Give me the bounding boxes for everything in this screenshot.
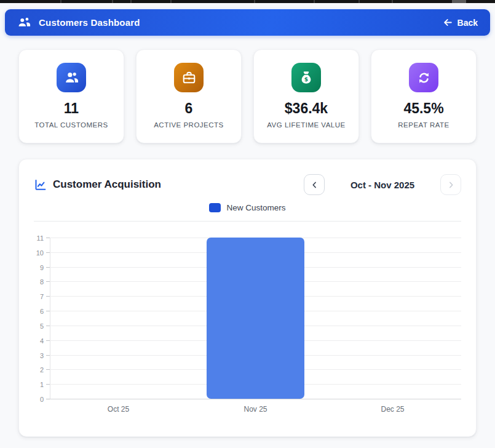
y-axis-label: 4: [40, 337, 44, 345]
stat-label: AVG LIFETIME VALUE: [259, 121, 354, 129]
stat-value: 45.5%: [376, 100, 471, 117]
chart-plot: 01234567891011Oct 25Nov 25Dec 25: [50, 238, 461, 399]
y-axis-tick: [46, 399, 50, 399]
stat-label: TOTAL CUSTOMERS: [24, 121, 119, 129]
y-axis-label: 6: [40, 308, 44, 315]
stat-value: 11: [24, 100, 119, 117]
chevron-right-icon: [446, 180, 456, 190]
stat-value: 6: [141, 100, 236, 117]
y-axis-label: 8: [40, 278, 44, 286]
y-axis-label: 2: [40, 366, 44, 374]
y-axis-tick: [46, 326, 50, 326]
chart-header: Customer Acquisition Oct - Nov 2025: [34, 174, 461, 195]
y-axis-tick: [46, 369, 50, 370]
money-bag-icon: $: [298, 70, 314, 86]
y-axis-label: 1: [40, 381, 44, 388]
chart-title: Customer Acquisition: [53, 178, 161, 191]
chart-legend: New Customers: [34, 203, 461, 212]
y-axis-tick: [46, 340, 50, 341]
stat-card-avg-lifetime-value: $ $36.4k AVG LIFETIME VALUE: [253, 49, 359, 143]
window-edge-strip: [0, 0, 495, 3]
gridline: [50, 399, 461, 399]
y-axis-line: [50, 238, 50, 399]
chart-line-icon: [34, 178, 47, 191]
y-axis-label: 5: [40, 322, 44, 330]
customer-acquisition-card: Customer Acquisition Oct - Nov 2025: [18, 159, 477, 437]
x-axis-label: Nov 25: [187, 405, 324, 414]
y-axis-label: 11: [37, 234, 44, 242]
next-month-button[interactable]: [440, 174, 461, 195]
arrow-left-icon: [443, 17, 453, 28]
briefcase-icon: [181, 70, 197, 86]
bar-nov-25[interactable]: [207, 238, 304, 399]
chevron-left-icon: [310, 180, 319, 190]
y-axis-tick: [46, 281, 50, 282]
stat-card-total-customers: 11 TOTAL CUSTOMERS: [18, 49, 124, 143]
y-axis-tick: [46, 355, 50, 356]
y-axis-tick: [46, 296, 50, 297]
users-icon: [63, 70, 79, 86]
stat-label: REPEAT RATE: [376, 121, 471, 129]
back-button-label: Back: [457, 18, 478, 28]
legend-item-new-customers: New Customers: [209, 203, 285, 212]
y-axis-label: 10: [36, 249, 44, 257]
svg-text:$: $: [304, 76, 308, 82]
y-axis-label: 7: [40, 293, 44, 300]
stat-card-active-projects: 6 ACTIVE PROJECTS: [136, 49, 242, 143]
date-range-label: Oct - Nov 2025: [346, 180, 419, 190]
stats-row: 11 TOTAL CUSTOMERS 6 ACTIVE PROJECTS: [18, 49, 477, 143]
legend-label: New Customers: [226, 203, 285, 212]
stat-label: ACTIVE PROJECTS: [141, 121, 236, 129]
y-axis-tick: [46, 267, 50, 268]
users-icon: [17, 15, 31, 30]
stat-card-repeat-rate: 45.5% REPEAT RATE: [371, 49, 477, 143]
divider: [34, 221, 461, 222]
prev-month-button[interactable]: [304, 174, 325, 195]
page-title: Customers Dashboard: [39, 17, 140, 28]
y-axis-tick: [46, 384, 50, 385]
stat-icon-tile: [174, 63, 204, 92]
y-axis-label: 0: [40, 396, 44, 403]
y-axis-label: 9: [40, 264, 44, 271]
app-header: Customers Dashboard Back: [5, 9, 490, 36]
stat-icon-tile: $: [291, 63, 321, 92]
sync-icon: [416, 70, 432, 86]
y-axis-tick: [46, 238, 50, 238]
stat-icon-tile: [409, 63, 438, 92]
y-axis-tick: [46, 252, 50, 253]
x-axis-label: Dec 25: [324, 405, 461, 414]
back-button[interactable]: Back: [443, 17, 478, 28]
chart-nav: Oct - Nov 2025: [304, 174, 461, 195]
legend-swatch: [209, 203, 221, 212]
stat-value: $36.4k: [259, 100, 354, 117]
y-axis-tick: [46, 311, 50, 311]
y-axis-label: 3: [40, 352, 44, 359]
x-axis-label: Oct 25: [50, 405, 187, 414]
stat-icon-tile: [57, 63, 86, 92]
